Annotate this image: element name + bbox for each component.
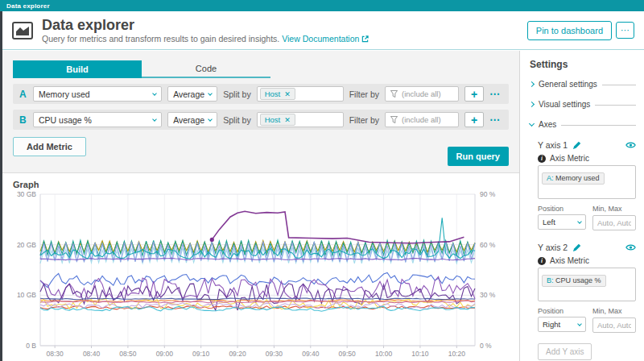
x-tick-label: 10:20 bbox=[448, 350, 466, 358]
view-documentation-link[interactable]: View Documentation bbox=[282, 34, 359, 44]
y-right-tick-label: 0 % bbox=[480, 342, 492, 350]
external-link-icon bbox=[361, 35, 369, 43]
split-by-input[interactable]: Host ✕ bbox=[257, 112, 344, 127]
series-mem-host-anomaly bbox=[212, 211, 464, 243]
chevron-down-icon bbox=[577, 219, 582, 224]
tab-code[interactable]: Code bbox=[142, 60, 270, 78]
axis-metric-row: i Axis Metric bbox=[538, 256, 636, 265]
split-by-input[interactable]: Host ✕ bbox=[257, 86, 344, 102]
position-select[interactable]: Right bbox=[538, 317, 586, 332]
x-tick-label: 09:40 bbox=[302, 350, 320, 358]
query-builder: Build Code A Memory used Average Split b… bbox=[0, 51, 519, 173]
chevron-down-icon bbox=[529, 121, 535, 127]
axis-metric-box[interactable]: B: CPU usage % bbox=[538, 268, 636, 301]
add-y-axis-button[interactable]: Add Y axis bbox=[538, 343, 592, 360]
split-by-label: Split by bbox=[223, 115, 250, 125]
x-tick-label: 08:30 bbox=[47, 350, 64, 358]
add-filter-button[interactable]: + bbox=[464, 112, 484, 127]
x-tick-label: 08:40 bbox=[83, 350, 101, 358]
page-subtitle: Query for metrics and transform results … bbox=[42, 34, 369, 44]
minmax-label: Min, Max bbox=[592, 205, 636, 213]
x-tick-label: 09:20 bbox=[229, 350, 246, 358]
add-filter-button[interactable]: + bbox=[464, 86, 484, 102]
funnel-icon bbox=[390, 116, 398, 123]
y-left-tick-label: 10 GB bbox=[17, 291, 36, 299]
page-title: Data explorer bbox=[42, 17, 369, 33]
x-tick-label: 10:10 bbox=[411, 350, 429, 358]
y-left-tick-label: 20 GB bbox=[17, 241, 36, 249]
axes-settings-block: Y axis 1 i Axis Metric A: Memory used Po… bbox=[530, 140, 636, 361]
visibility-eye-icon[interactable] bbox=[625, 243, 636, 251]
y-left-tick-label: 30 GB bbox=[17, 190, 36, 198]
mode-tabs: Build Code bbox=[13, 60, 509, 78]
filter-by-label: Filter by bbox=[349, 115, 379, 125]
chip-close-icon[interactable]: ✕ bbox=[284, 116, 291, 124]
chevron-down-icon bbox=[208, 117, 213, 122]
y-axis-1-header: Y axis 1 bbox=[538, 140, 636, 150]
area-chart-icon bbox=[11, 21, 34, 40]
y-right-tick-label: 90 % bbox=[480, 190, 496, 198]
filter-input[interactable] bbox=[402, 115, 452, 124]
graph-label: Graph bbox=[13, 180, 519, 189]
funnel-icon bbox=[390, 90, 398, 98]
split-by-label: Split by bbox=[223, 89, 250, 99]
y-right-tick-label: 30 % bbox=[480, 291, 496, 299]
chevron-right-icon bbox=[529, 81, 535, 87]
metric-row-b: B CPU usage % Average Split by Host ✕ Fi… bbox=[13, 110, 509, 130]
minmax-label: Min, Max bbox=[592, 307, 636, 315]
edit-pencil-icon[interactable] bbox=[572, 243, 581, 252]
section-axes[interactable]: Axes bbox=[530, 120, 636, 129]
metric-select[interactable]: CPU usage % bbox=[33, 112, 162, 127]
minmax-input[interactable] bbox=[592, 215, 636, 230]
filter-input[interactable] bbox=[402, 89, 452, 98]
info-icon: i bbox=[538, 155, 546, 163]
section-general-settings[interactable]: General settings bbox=[530, 80, 636, 89]
row-more-button[interactable]: ⋯ bbox=[489, 88, 502, 100]
metric-row-a: A Memory used Average Split by Host ✕ Fi… bbox=[13, 84, 509, 104]
graph-section: Graph 30 GB20 GB10 GB0 B90 %60 %30 %0 %0… bbox=[0, 173, 519, 361]
filter-input-wrap[interactable] bbox=[385, 86, 459, 102]
run-query-button[interactable]: Run query bbox=[448, 147, 509, 166]
visibility-eye-icon[interactable] bbox=[625, 141, 636, 149]
x-tick-label: 09:10 bbox=[192, 350, 210, 358]
filter-input-wrap[interactable] bbox=[385, 112, 459, 127]
split-chip-host[interactable]: Host ✕ bbox=[260, 88, 295, 100]
axis-metric-chip: A: Memory used bbox=[542, 172, 605, 185]
position-select[interactable]: Left bbox=[538, 214, 586, 230]
position-label: Position bbox=[538, 205, 586, 213]
topbar-title: Data explorer bbox=[6, 2, 50, 10]
pin-to-dashboard-button[interactable]: Pin to dashboard bbox=[527, 21, 612, 40]
metric-key-label: B bbox=[19, 114, 27, 126]
collapsed-nav-strip[interactable] bbox=[0, 11, 2, 361]
aggregation-select[interactable]: Average bbox=[167, 112, 217, 127]
metrics-chart[interactable]: 30 GB20 GB10 GB0 B90 %60 %30 %0 %08:3008… bbox=[13, 189, 507, 360]
metric-select[interactable]: Memory used bbox=[33, 86, 162, 102]
tab-build[interactable]: Build bbox=[13, 60, 142, 78]
header-more-button[interactable]: ⋯ bbox=[616, 22, 634, 39]
chevron-down-icon bbox=[208, 91, 213, 96]
y-left-tick-label: 0 B bbox=[26, 342, 36, 350]
metric-key-label: A bbox=[19, 89, 27, 100]
minmax-input[interactable] bbox=[592, 317, 636, 333]
axis-metric-row: i Axis Metric bbox=[538, 154, 636, 163]
x-tick-label: 10:00 bbox=[375, 350, 393, 358]
chevron-down-icon bbox=[152, 91, 157, 96]
axis-metric-box[interactable]: A: Memory used bbox=[538, 165, 636, 199]
x-tick-label: 09:00 bbox=[156, 350, 174, 358]
main-content: Build Code A Memory used Average Split b… bbox=[0, 51, 519, 361]
split-chip-host[interactable]: Host ✕ bbox=[260, 114, 295, 126]
chevron-down-icon bbox=[152, 117, 157, 122]
axis-metric-chip: B: CPU usage % bbox=[542, 275, 606, 287]
filter-by-label: Filter by bbox=[349, 89, 379, 99]
add-metric-button[interactable]: Add Metric bbox=[13, 137, 86, 156]
chip-close-icon[interactable]: ✕ bbox=[284, 90, 291, 98]
settings-panel: Settings General settings Visual setting… bbox=[519, 51, 644, 361]
aggregation-select[interactable]: Average bbox=[167, 86, 217, 102]
info-icon: i bbox=[538, 257, 546, 265]
section-visual-settings[interactable]: Visual settings bbox=[530, 100, 636, 109]
app-topbar: Data explorer bbox=[0, 0, 644, 11]
page-header: Data explorer Query for metrics and tran… bbox=[0, 11, 644, 50]
row-more-button[interactable]: ⋯ bbox=[489, 114, 502, 126]
y-axis-2-header: Y axis 2 bbox=[538, 243, 636, 252]
edit-pencil-icon[interactable] bbox=[572, 141, 581, 150]
